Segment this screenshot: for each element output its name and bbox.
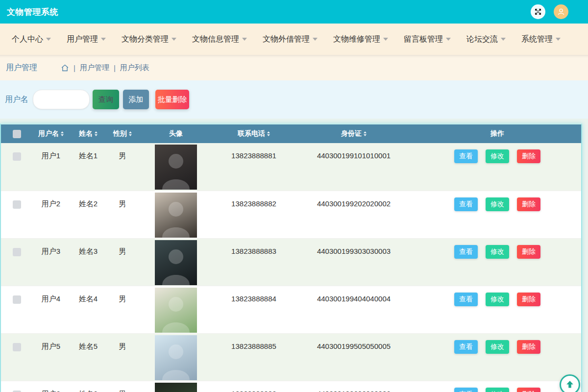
view-button[interactable]: 查看: [454, 388, 478, 392]
column-header-label[interactable]: 用户名: [38, 129, 59, 137]
chevron-down-icon: [383, 38, 388, 43]
column-header-label[interactable]: 身份证: [341, 129, 362, 137]
edit-button[interactable]: 修改: [486, 293, 509, 306]
table-header: 用户名姓名性别头像联系电话身份证操作: [1, 124, 581, 143]
column-header: 操作: [414, 124, 581, 143]
nav-item-label: 用户管理: [67, 34, 98, 45]
column-header-label: 操作: [490, 129, 504, 137]
row-checkbox[interactable]: [13, 152, 21, 161]
actions-cell: 查看修改删除: [414, 381, 581, 392]
chevron-down-icon: [101, 38, 106, 43]
nav-item[interactable]: 文物外借管理: [255, 24, 325, 55]
batch-delete-button[interactable]: 批量删除: [155, 90, 189, 109]
username-cell: 用户2: [32, 191, 70, 238]
username-cell: 用户6: [32, 381, 70, 392]
sort-icon[interactable]: [267, 130, 270, 138]
edit-button[interactable]: 修改: [486, 388, 509, 392]
avatar-cell: [138, 333, 214, 381]
avatar-photo: [155, 240, 197, 285]
column-header-label[interactable]: 性别: [113, 129, 127, 137]
actions-cell: 查看修改删除: [414, 286, 581, 333]
id-card-cell: 440300199404040004: [294, 286, 414, 333]
view-button[interactable]: 查看: [454, 149, 478, 163]
nav-item[interactable]: 个人中心: [4, 24, 59, 55]
row-checkbox[interactable]: [13, 343, 21, 351]
username-input[interactable]: [33, 90, 90, 109]
avatar-cell: [138, 191, 214, 238]
nav-item[interactable]: 留言板管理: [396, 24, 459, 55]
edit-button[interactable]: 修改: [486, 197, 509, 211]
column-header-label[interactable]: 姓名: [79, 129, 93, 137]
sort-icon[interactable]: [61, 130, 64, 138]
column-header-label[interactable]: 联系电话: [238, 129, 265, 137]
select-all-checkbox[interactable]: [13, 130, 21, 138]
query-button[interactable]: 查询: [93, 90, 119, 109]
username-cell: 用户1: [32, 143, 70, 191]
avatar-photo: [155, 145, 197, 190]
id-card-cell: 440300199606060006: [294, 381, 414, 392]
delete-button[interactable]: 删除: [517, 388, 540, 392]
chevron-down-icon: [172, 38, 176, 43]
username-cell: 用户5: [32, 333, 70, 381]
sort-desc-icon: [61, 134, 64, 138]
row-checkbox[interactable]: [13, 248, 21, 256]
sort-icon[interactable]: [95, 130, 98, 138]
header-actions: [531, 4, 568, 19]
breadcrumb-separator: |: [114, 64, 116, 72]
id-card-cell: 440300199505050005: [294, 333, 414, 381]
delete-button[interactable]: 删除: [517, 197, 540, 211]
row-checkbox-cell: [1, 143, 32, 191]
avatar-cell: [138, 143, 214, 191]
add-button[interactable]: 添加: [123, 90, 149, 109]
row-checkbox-cell: [1, 191, 32, 238]
phone-cell: 13823888881: [214, 143, 294, 191]
nav-item-label: 留言板管理: [404, 34, 443, 45]
row-checkbox[interactable]: [13, 295, 21, 304]
breadcrumb-separator: |: [74, 64, 75, 72]
delete-button[interactable]: 删除: [517, 245, 540, 259]
avatar-cell: [138, 381, 214, 392]
sort-icon[interactable]: [129, 130, 132, 138]
column-header-label: 头像: [169, 129, 183, 137]
row-checkbox[interactable]: [13, 391, 21, 392]
delete-button[interactable]: 删除: [517, 340, 540, 354]
nav-item[interactable]: 文物分类管理: [114, 24, 184, 55]
nav-item[interactable]: 文物信息管理: [184, 24, 255, 55]
nav-item[interactable]: 论坛交流: [459, 24, 514, 55]
delete-button[interactable]: 删除: [517, 149, 540, 163]
nav-item[interactable]: 文物维修管理: [325, 24, 396, 55]
breadcrumb-item[interactable]: 用户列表: [120, 63, 149, 73]
gender-cell: 男: [107, 238, 138, 286]
sort-asc-icon: [364, 130, 367, 133]
delete-button[interactable]: 删除: [517, 293, 540, 306]
breadcrumb-item[interactable]: 用户管理: [80, 63, 109, 73]
nav-item[interactable]: 用户管理: [59, 24, 114, 55]
app-window: 文物管理系统: [0, 0, 588, 392]
view-button[interactable]: 查看: [454, 340, 478, 354]
sort-desc-icon: [95, 134, 98, 138]
column-header: 头像: [138, 124, 214, 143]
view-button[interactable]: 查看: [454, 245, 478, 259]
nav-item-label: 文物分类管理: [122, 34, 169, 45]
actions-cell: 查看修改删除: [414, 238, 581, 286]
back-to-top-button[interactable]: [560, 374, 580, 392]
fullscreen-button[interactable]: [531, 4, 545, 19]
edit-button[interactable]: 修改: [486, 340, 509, 354]
edit-button[interactable]: 修改: [486, 149, 509, 163]
view-button[interactable]: 查看: [454, 293, 478, 306]
actions-cell: 查看修改删除: [414, 143, 581, 191]
avatar-cell: [138, 238, 214, 286]
home-icon[interactable]: [61, 64, 69, 72]
nav-item[interactable]: 系统管理: [514, 24, 568, 55]
sort-desc-icon: [364, 134, 367, 138]
row-checkbox[interactable]: [13, 200, 21, 209]
arrow-up-icon: [564, 379, 575, 390]
avatar-cell: [138, 286, 214, 333]
view-button[interactable]: 查看: [454, 197, 478, 211]
sort-icon[interactable]: [364, 130, 367, 138]
edit-button[interactable]: 修改: [486, 245, 509, 259]
user-avatar-button[interactable]: [554, 4, 568, 19]
table-region: 用户名姓名性别头像联系电话身份证操作 用户1姓名1男13823888881440…: [0, 119, 588, 392]
chevron-down-icon: [242, 38, 247, 43]
table-row: 用户6姓名6男13823888886440300199606060006查看修改…: [1, 381, 581, 392]
